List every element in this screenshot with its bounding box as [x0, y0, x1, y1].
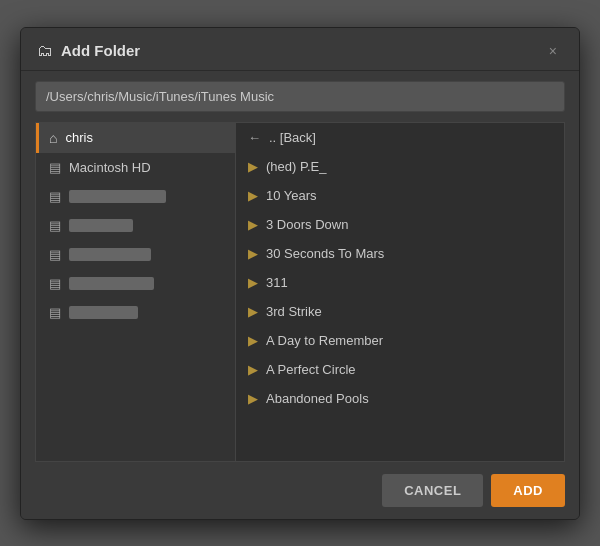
left-item-label: Macintosh HD [69, 160, 151, 175]
right-item-10-years[interactable]: ▶10 Years [236, 181, 564, 210]
drive-icon: ▤ [49, 160, 61, 175]
right-item-label: 311 [266, 275, 288, 290]
left-item-drive-6[interactable]: ▤██████████ [36, 269, 235, 298]
folder-icon: ▶ [248, 159, 258, 174]
right-item-label: 3rd Strike [266, 304, 322, 319]
right-item-a-day-to-remember[interactable]: ▶A Day to Remember [236, 326, 564, 355]
right-item-label: A Perfect Circle [266, 362, 356, 377]
left-item-label: ██████████ [69, 306, 138, 319]
drive-icon: ▤ [49, 305, 61, 320]
drive-icon: ▤ [49, 218, 61, 233]
folder-icon: ▶ [248, 362, 258, 377]
drive-icon: ▤ [49, 189, 61, 204]
folder-icon: ▶ [248, 333, 258, 348]
left-item-label: ██████████ [69, 190, 166, 203]
left-item-drive-5[interactable]: ▤██████████ [36, 240, 235, 269]
dialog-header: 🗂 Add Folder × [21, 28, 579, 71]
home-icon: ⌂ [49, 130, 57, 146]
right-item-label: 30 Seconds To Mars [266, 246, 384, 261]
back-icon: ← [248, 130, 261, 145]
add-button[interactable]: ADD [491, 474, 565, 507]
left-item-macintosh-hd[interactable]: ▤Macintosh HD [36, 153, 235, 182]
right-item-3rd-strike[interactable]: ▶3rd Strike [236, 297, 564, 326]
left-item-label: ██████████ [69, 248, 151, 261]
right-item-30-seconds-to-mars[interactable]: ▶30 Seconds To Mars [236, 239, 564, 268]
add-folder-dialog: 🗂 Add Folder × /Users/chris/Music/iTunes… [20, 27, 580, 520]
right-panel: ←.. [Back]▶(hed) P.E_▶10 Years▶3 Doors D… [235, 122, 565, 462]
content-area: ⌂chris▤Macintosh HD▤██████████▤█████████… [35, 122, 565, 462]
left-panel: ⌂chris▤Macintosh HD▤██████████▤█████████… [35, 122, 235, 462]
right-item-label: .. [Back] [269, 130, 316, 145]
right-item-label: (hed) P.E_ [266, 159, 326, 174]
right-item-back[interactable]: ←.. [Back] [236, 123, 564, 152]
close-button[interactable]: × [543, 42, 563, 60]
folder-icon: ▶ [248, 246, 258, 261]
folder-icon: ▶ [248, 304, 258, 319]
right-item-a-perfect-circle[interactable]: ▶A Perfect Circle [236, 355, 564, 384]
right-item-311[interactable]: ▶311 [236, 268, 564, 297]
title-row: 🗂 Add Folder [37, 42, 140, 60]
right-item-hed-pe[interactable]: ▶(hed) P.E_ [236, 152, 564, 181]
drive-icon: ▤ [49, 276, 61, 291]
left-item-drive-4[interactable]: ▤██████████ [36, 211, 235, 240]
right-item-label: 3 Doors Down [266, 217, 348, 232]
left-item-drive-3[interactable]: ▤██████████ [36, 182, 235, 211]
right-item-abandoned-pools[interactable]: ▶Abandoned Pools [236, 384, 564, 413]
left-item-chris[interactable]: ⌂chris [36, 123, 235, 153]
folder-icon: ▶ [248, 217, 258, 232]
right-item-label: A Day to Remember [266, 333, 383, 348]
left-item-label: ██████████ [69, 277, 154, 290]
left-item-drive-7[interactable]: ▤██████████ [36, 298, 235, 327]
folder-title-icon: 🗂 [37, 42, 53, 60]
path-bar: /Users/chris/Music/iTunes/iTunes Music [35, 81, 565, 112]
left-item-label: chris [65, 130, 92, 145]
folder-icon: ▶ [248, 188, 258, 203]
dialog-footer: CANCEL ADD [21, 462, 579, 519]
right-item-3-doors-down[interactable]: ▶3 Doors Down [236, 210, 564, 239]
dialog-title: Add Folder [61, 42, 140, 59]
right-item-label: 10 Years [266, 188, 317, 203]
folder-icon: ▶ [248, 275, 258, 290]
right-item-label: Abandoned Pools [266, 391, 369, 406]
cancel-button[interactable]: CANCEL [382, 474, 483, 507]
folder-icon: ▶ [248, 391, 258, 406]
drive-icon: ▤ [49, 247, 61, 262]
left-item-label: ██████████ [69, 219, 133, 232]
